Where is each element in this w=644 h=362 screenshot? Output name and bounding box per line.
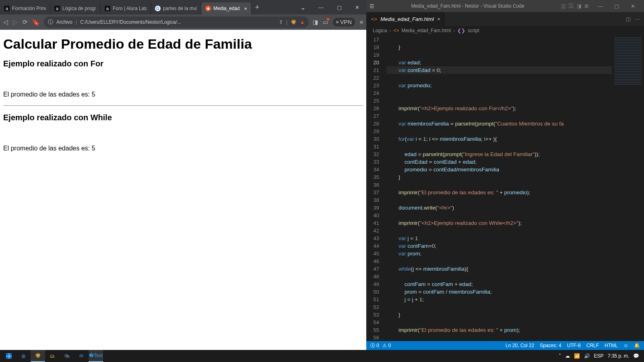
crumb-symbol[interactable]: script	[468, 28, 479, 33]
result-for: El promedio de las edades es: 5	[3, 91, 363, 98]
sidebar-toggle-icon[interactable]: ◨	[313, 19, 318, 25]
brave-icon[interactable]: 🦁	[31, 350, 45, 362]
minimap[interactable]	[612, 35, 644, 341]
new-tab-button[interactable]: +	[252, 3, 263, 12]
close-icon[interactable]: ×	[244, 6, 247, 12]
window-title: Media_edad_Fam.html - Nestor - Visual St…	[378, 3, 557, 9]
minimize-button[interactable]: —	[312, 0, 330, 14]
tab-google[interactable]: Gpartes de la mult	[151, 2, 201, 14]
split-editor-icon[interactable]: ◫	[626, 16, 631, 22]
site-info-icon[interactable]: ⓘ	[48, 19, 53, 26]
errors-indicator[interactable]: ⓧ 0	[370, 342, 379, 349]
tray-chevron-icon[interactable]: ˄	[559, 353, 561, 359]
cursor-position[interactable]: Ln 20, Col 22	[506, 343, 534, 348]
editor-tab[interactable]: <> Media_edad_Fam.html ×	[366, 12, 445, 26]
notifications-icon[interactable]: 💬	[633, 353, 639, 359]
browser-window: aFormación Princi aLógica de progra aFor…	[0, 0, 366, 350]
page-content: Calcular Promedio de Edad de Familia Eje…	[0, 30, 366, 350]
browser-toolbar: ◁ ▷ ⟳ 🔖 ⓘ Archivo | C:/Users/ELLERY/Docu…	[0, 14, 366, 30]
forward-button[interactable]: ▷	[13, 19, 18, 26]
vscode-icon[interactable]: �Text	[89, 350, 103, 362]
maximize-button[interactable]: ▢	[609, 3, 625, 9]
editor-tabs: <> Media_edad_Fam.html × ◫ ⋯	[366, 12, 644, 26]
layout-icon[interactable]: ◨	[577, 3, 581, 9]
page-h2-for: Ejemplo realizado con For	[3, 59, 363, 68]
feedback-icon[interactable]: ☺	[623, 343, 628, 348]
more-icon[interactable]: ⋯	[635, 16, 640, 22]
crumb-file[interactable]: Media_edad_Fam.html	[401, 28, 451, 33]
vscode-titlebar: ☰ Media_edad_Fam.html - Nestor - Visual …	[366, 0, 644, 12]
indentation[interactable]: Spaces: 4	[540, 343, 561, 348]
close-icon[interactable]: ×	[437, 16, 440, 22]
divider	[3, 105, 363, 106]
edge-icon[interactable]: ◍	[16, 350, 31, 362]
wallet-icon[interactable]: ▭	[323, 19, 328, 25]
tab-logica[interactable]: aLógica de progra	[50, 2, 101, 14]
minimize-button[interactable]: —	[592, 3, 609, 9]
reload-button[interactable]: ⟳	[23, 19, 28, 26]
hamburger-icon[interactable]: ☰	[369, 3, 374, 9]
browser-tabstrip: aFormación Princi aLógica de progra aFor…	[0, 0, 366, 14]
page-h1: Calcular Promedio de Edad de Familia	[3, 36, 363, 52]
volume-icon[interactable]: 🔊	[584, 353, 590, 359]
breadcrumb[interactable]: Logica › <> Media_edad_Fam.html › ❮❯ scr…	[366, 26, 644, 35]
brave-rewards-icon[interactable]: ▲	[300, 19, 305, 25]
vpn-button[interactable]: VPN	[333, 18, 355, 27]
notifications-icon[interactable]: 🔔	[634, 343, 640, 348]
tabs-dropdown-icon[interactable]: ⌄	[294, 0, 312, 14]
vscode-window: ☰ Media_edad_Fam.html - Nestor - Visual …	[366, 0, 644, 350]
close-button[interactable]: ✕	[348, 0, 366, 14]
tab-foro[interactable]: aForo | Alura Lata	[101, 2, 151, 14]
tab-media-edad[interactable]: ◆Media_edad×	[201, 2, 252, 14]
address-bar[interactable]: ⓘ Archivo | C:/Users/ELLERY/Documents/Ne…	[44, 16, 309, 28]
editor-area[interactable]: 1718192021222324252627282930313233343536…	[366, 35, 644, 341]
back-button[interactable]: ◁	[3, 19, 8, 26]
brave-shield-icon[interactable]: 🦁	[291, 19, 297, 25]
maximize-button[interactable]: ▢	[330, 0, 348, 14]
page-h2-while: Ejemplo realizado con While	[3, 113, 363, 122]
language-mode[interactable]: HTML	[605, 343, 618, 348]
encoding[interactable]: UTF-8	[567, 343, 581, 348]
share-icon[interactable]: ⇪	[279, 19, 283, 25]
warnings-indicator[interactable]: ⚠ 0	[382, 343, 391, 348]
url-path: C:/Users/ELLERY/Documents/Nestor/Logica/…	[80, 19, 276, 25]
line-gutter: 1718192021222324252627282930313233343536…	[366, 35, 386, 341]
status-bar: ⓧ 0 ⚠ 0 Ln 20, Col 22 Spaces: 4 UTF-8 CR…	[366, 341, 644, 350]
html-file-icon: <>	[393, 28, 399, 33]
eol[interactable]: CRLF	[586, 343, 599, 348]
crumb-folder[interactable]: Logica	[373, 28, 387, 33]
layout-icon[interactable]: ⿲	[569, 3, 574, 9]
start-button[interactable]	[2, 350, 16, 362]
tab-formacion[interactable]: aFormación Princi	[0, 2, 50, 14]
mail-icon[interactable]: ✉	[74, 350, 89, 362]
code-content[interactable]: } var edad; var contEdad = 0; var promed…	[386, 35, 612, 341]
html-file-icon: <>	[371, 16, 377, 22]
clock[interactable]: 7:35 p. m.	[608, 353, 629, 359]
language-indicator[interactable]: ESP	[594, 353, 604, 359]
bookmark-icon[interactable]: 🔖	[32, 19, 40, 26]
store-icon[interactable]: 🛍	[60, 350, 74, 362]
url-label: Archivo	[56, 19, 72, 25]
layout-icon[interactable]: ⊞	[584, 3, 588, 9]
close-button[interactable]: ✕	[625, 3, 641, 9]
windows-taskbar: ◍ 🦁 🗂 🛍 ✉ �Text ˄ ☁ 📶 🔊 ESP 7:35 p. m. 💬	[0, 350, 644, 362]
layout-icon[interactable]: ◫	[561, 3, 566, 9]
script-icon: ❮❯	[457, 28, 465, 33]
editor-tab-label: Media_edad_Fam.html	[380, 16, 434, 22]
explorer-icon[interactable]: 🗂	[45, 350, 60, 362]
menu-icon[interactable]: ≡	[360, 19, 363, 25]
result-while: El promedio de las edades es: 5	[3, 145, 363, 152]
onedrive-icon[interactable]: ☁	[565, 353, 570, 359]
wifi-icon[interactable]: 📶	[574, 353, 580, 359]
